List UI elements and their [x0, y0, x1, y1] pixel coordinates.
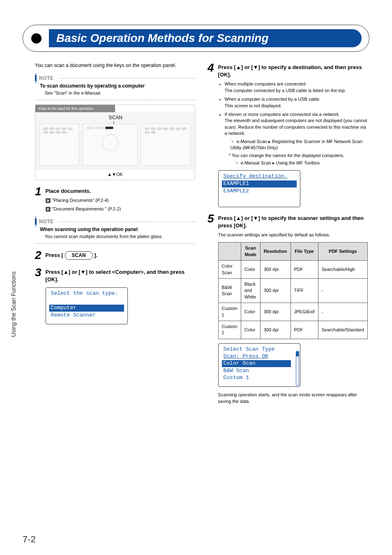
step-5: 5 Press [▲] or [▼] to specify the scanne… [208, 213, 368, 405]
lcd-screen-scan-type: Select Scan Type Scan: Press OK Color Sc… [218, 343, 300, 387]
note-divider [35, 243, 195, 244]
lcd-line: Scan: Press OK [222, 353, 297, 360]
scanner-settings-table: Scan ModeResolutionFile TypePDF Settings… [218, 242, 368, 339]
lcd-line: B&W Scan [222, 368, 297, 375]
manual-ref: ☞ e-Manual Scan ▸ Registering the Scanne… [231, 139, 368, 151]
lcd-line: Custom 1 [222, 375, 297, 382]
note-icon [35, 218, 37, 225]
diagram-ok-label: ▲▼OK [35, 170, 195, 179]
lcd-screen-select-type: Select the scan type. Computer Remote Sc… [46, 287, 128, 324]
note1-body: See "Scan" in the e-Manual. [45, 90, 195, 96]
step-3-title: Press [▲] or [▼] to select <Computer>, a… [46, 268, 195, 283]
note-heading: NOTE [35, 218, 195, 225]
banner-bullet-icon [31, 33, 42, 44]
page-title: Basic Operation Methods for Scanning [49, 29, 362, 47]
table-cell: PDF [291, 261, 318, 279]
step-1: 1 Place documents. "Placing Documents" (… [35, 186, 195, 213]
bullet-item: When a computer is connected by a USB ca… [225, 96, 368, 109]
step-1-number: 1 [35, 186, 42, 213]
table-cell: Custom 1 [218, 303, 241, 321]
step-2: 2 Press [ SCAN ]. [35, 250, 195, 261]
table-header: Scan Mode [241, 243, 260, 261]
table-cell: 300 dpi [260, 261, 291, 279]
key-diagram-header: Keys to be used for this operation [35, 105, 115, 113]
note-divider [35, 100, 195, 100]
step-2-post: ]. [94, 252, 97, 258]
table-cell: Searchable/High [318, 261, 367, 279]
table-cell: - [318, 303, 367, 321]
note-icon [35, 75, 37, 81]
note-label: NOTE [39, 218, 53, 225]
table-header: File Type [291, 243, 318, 261]
lcd-screen-destination: Specify destination. EXAMPLE1 EXAMPLE2 [218, 170, 300, 207]
bullet-head: If eleven or more computers are connecte… [225, 112, 339, 117]
table-cell: TIFF [291, 278, 318, 303]
step-4-title: Press [▲] or [▼] to specify a destinatio… [218, 64, 368, 79]
table-row: Custom 2Color300 dpiPDFSearchable/Standa… [218, 321, 367, 339]
title-banner: Basic Operation Methods for Scanning [23, 25, 369, 52]
table-cell: JPEG/Exif [291, 303, 318, 321]
table-row: B&W ScanBlack and White300 dpiTIFF- [218, 278, 367, 303]
key-diagram: Keys to be used for this operation SCAN [35, 104, 195, 180]
table-header: PDF Settings [318, 243, 367, 261]
step-5-after: Scanning operation starts, and the scan … [218, 392, 368, 405]
table-cell: Color [241, 303, 260, 321]
step-5-number: 5 [208, 213, 214, 405]
ref-text: "Placing Documents" (P.2-4) [52, 197, 109, 204]
ref-text: "Document Requirements " (P.2-2) [52, 206, 121, 212]
lcd-line: Specify destination. [222, 173, 297, 180]
page-number: 7-2 [23, 534, 36, 545]
manual-ref: ☞ e-Manual Scan ▸ Using the MF Toolbox [235, 160, 368, 166]
lcd-selected: EXAMPLE1 [222, 180, 297, 187]
table-cell: 300 dpi [260, 303, 291, 321]
footnote: * You can change the names for the displ… [229, 153, 368, 159]
note1-heading: To scan documents by operating a compute… [40, 83, 195, 90]
step-2-number: 2 [35, 250, 42, 261]
diagram-scan-label: SCAN [108, 114, 122, 121]
ref-link-requirements: "Document Requirements " (P.2-2) [46, 206, 195, 212]
right-column: 4 Press [▲] or [▼] to specify a destinat… [208, 62, 368, 405]
table-cell: - [318, 278, 367, 303]
table-cell: 300 dpi [260, 321, 291, 339]
table-cell: PDF [291, 321, 318, 339]
lcd-line: Select the scan type. [49, 290, 124, 297]
bullet-item: When multiple computers are connected Th… [225, 81, 368, 94]
lcd-blank [49, 297, 124, 304]
step-4: 4 Press [▲] or [▼] to specify a destinat… [208, 62, 368, 207]
step-1-title: Place documents. [46, 187, 195, 195]
step-2-pre: Press [ [46, 252, 65, 258]
table-row: Color ScanColor300 dpiPDFSearchable/High [218, 261, 367, 279]
note2-body: You cannot scan multiple documents from … [45, 234, 195, 240]
pointer-icon: ☞ [231, 139, 235, 145]
pointer-icon: ☞ [235, 160, 239, 166]
scan-button-graphic: SCAN [65, 251, 93, 260]
table-header: Resolution [260, 243, 291, 261]
table-cell: 300 dpi [260, 278, 291, 303]
table-cell: Searchable/Standard [318, 321, 367, 339]
lcd-blank [222, 195, 297, 202]
bullet-detail: The computer connected by a USB cable is… [225, 88, 346, 93]
step-5-desc: The scanner settings are specified by de… [218, 232, 368, 238]
lcd-line: EXAMPLE2 [222, 188, 297, 195]
step-4-number: 4 [208, 62, 214, 207]
note2-heading: When scanning using the operation panel [40, 226, 195, 233]
intro-text: You can scan a document using the keys o… [35, 62, 195, 69]
note-label: NOTE [39, 75, 53, 82]
ref-icon [46, 198, 51, 203]
table-cell: B&W Scan [218, 278, 241, 303]
bullet-detail: This screen is not displayed. [225, 103, 282, 108]
side-tab: Using the Scan Functions [10, 271, 17, 337]
table-cell: Custom 2 [218, 321, 241, 339]
left-column: You can scan a document using the keys o… [35, 62, 195, 405]
table-cell: Color [241, 261, 260, 279]
manual-ref-text: e-Manual Scan ▸ Using the MF Toolbox [241, 160, 320, 165]
table-cell: Black and White [241, 278, 260, 303]
bullet-item: If eleven or more computers are connecte… [225, 111, 368, 137]
table-cell: Color Scan [218, 261, 241, 279]
bullet-head: When multiple computers are connected [225, 81, 306, 86]
step-5-title: Press [▲] or [▼] to specify the scanner … [218, 215, 368, 229]
step-2-title: Press [ SCAN ]. [46, 251, 195, 260]
manual-ref-text: e-Manual Scan ▸ Registering the Scanner … [231, 139, 362, 150]
ref-link-placing: "Placing Documents" (P.2-4) [46, 197, 195, 204]
table-row: Custom 1Color300 dpiJPEG/Exif- [218, 303, 367, 321]
